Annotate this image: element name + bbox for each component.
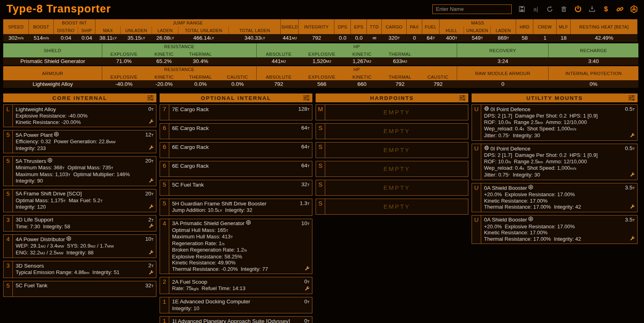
module-name-text: 6E Cargo Rack — [172, 163, 209, 169]
module-mass: 2T — [148, 262, 154, 269]
stat-value-boost: 514m/s — [29, 34, 54, 42]
toolbar: a|$ — [517, 5, 638, 14]
slot-class-label: 7 — [160, 105, 169, 120]
module-0i-point-defence[interactable]: U0I Point Defence0.5TDPS: 2 [1.7] Damage… — [472, 104, 638, 141]
filter-icon[interactable] — [628, 95, 635, 102]
module-name: 6E Cargo Rack — [172, 162, 209, 169]
filter-icon[interactable] — [303, 95, 310, 102]
shield-res-kinetic: KINETIC — [146, 50, 182, 57]
module-name-text: 5H Guardian Frame Shift Drive Booster — [172, 200, 267, 207]
filter-icon[interactable] — [147, 95, 154, 102]
wrench-icon[interactable] — [630, 235, 635, 242]
shipyard-icon[interactable] — [630, 5, 638, 14]
empty-slot: EMPTY — [325, 199, 468, 214]
power-icon[interactable] — [573, 5, 582, 14]
module-5a-thrusters[interactable]: 55A Thrusters20TMinimum Mass: 368T Optim… — [3, 156, 156, 186]
save-icon[interactable] — [517, 5, 526, 14]
module-3d-life-support[interactable]: 33D Life Support2TTime: 7:30 Integrity: … — [3, 215, 156, 232]
wrench-icon[interactable] — [149, 203, 154, 211]
slot-class-label: L — [4, 105, 13, 127]
wrench-icon[interactable] — [630, 203, 635, 211]
module-3a-prismatic-shield-generator[interactable]: 43A Prismatic Shield Generator10TOptimal… — [160, 219, 312, 274]
module-5c-fuel-tank[interactable]: 55C Fuel Tank32T — [160, 180, 312, 196]
wrench-icon[interactable] — [149, 177, 154, 185]
module-body: 5A Power Plant12TEfficiency: 0.32 Power … — [13, 130, 156, 153]
module-empty[interactable]: SEMPTY — [316, 142, 468, 158]
import-icon[interactable] — [587, 5, 596, 14]
armour-res-kinetic: KINETIC — [146, 73, 182, 80]
module-title-row: Lightweight Alloy0T — [16, 106, 154, 113]
wrench-icon[interactable] — [149, 249, 154, 256]
wrench-icon[interactable] — [149, 223, 154, 230]
stat-label-eps: EPS — [351, 19, 367, 34]
module-stat-line: Wep_reload: 0.4s Shot Speed: 1,000m/s — [484, 165, 635, 172]
stat-sublabel-distro: DISTRO — [54, 26, 78, 34]
module-name: 0A Shield Booster — [484, 216, 533, 223]
module-0a-shield-booster[interactable]: U0A Shield Booster3.5T+20.0% Explosive R… — [472, 215, 638, 244]
filter-icon[interactable] — [459, 95, 466, 102]
price-icon[interactable]: $ — [601, 5, 610, 14]
module-5c-fuel-tank[interactable]: 55C Fuel Tank32T — [3, 281, 156, 297]
ship-name-input[interactable] — [432, 4, 512, 14]
stat-sublabel-max: MAX — [95, 26, 121, 34]
shield-hp-value-1: 1,520MJ — [301, 57, 343, 65]
permalink-icon[interactable] — [616, 5, 624, 14]
module-6e-cargo-rack[interactable]: 66E Cargo Rack64T — [160, 142, 312, 158]
wrench-icon[interactable] — [149, 269, 154, 276]
slot-class-label: 1 — [160, 317, 169, 323]
module-1i-advanced-planetary-approach-suite-odyssey[interactable]: 11I Advanced Planetary Approach Suite [O… — [160, 316, 312, 323]
module-stat-line: Optimal Mass: 1,175T Max Fuel: 5.2T — [16, 197, 154, 204]
module-empty[interactable]: SEMPTY — [316, 199, 468, 215]
module-lightweight-alloy[interactable]: LLightweight Alloy0TExplosive Resistance… — [3, 104, 156, 127]
module-empty[interactable]: MEMPTY — [316, 104, 468, 120]
wrench-icon[interactable] — [149, 118, 154, 126]
armour-hp-value-2: 660 — [343, 80, 381, 88]
stat-label-speed: SPEED — [3, 19, 29, 34]
module-empty[interactable]: SEMPTY — [316, 161, 468, 177]
module-stat-line: Kinetic Resistance: 17.00% — [484, 198, 635, 204]
module-7e-cargo-rack[interactable]: 77E Cargo Rack128T — [160, 104, 312, 120]
stat-value-mlf: 18 — [557, 34, 571, 42]
module-1e-advanced-docking-computer[interactable]: 11E Advanced Docking Computer0TIntegrity… — [160, 297, 312, 314]
armour-extra-raw-module-armour: RAW MODULE ARMOUR — [457, 66, 549, 80]
module-5h-guardian-frame-shift-drive-booster[interactable]: 55H Guardian Frame Shift Drive Booster1.… — [160, 199, 312, 216]
delete-icon[interactable] — [559, 5, 568, 14]
wrench-icon[interactable] — [630, 171, 635, 179]
wrench-icon[interactable] — [149, 144, 154, 152]
module-title-row: 0A Shield Booster3.5T — [484, 216, 635, 223]
slot-class-label: U — [472, 215, 481, 244]
module-6e-cargo-rack[interactable]: 66E Cargo Rack64T — [160, 123, 312, 139]
module-stat-line: ENG: 32.2MJ / 2.5MW Integrity: 88 — [16, 250, 154, 256]
module-5a-frame-shift-drive-sco[interactable]: 55A Frame Shift Drive [SCO]20TOptimal Ma… — [3, 189, 156, 212]
module-stat-line: ROF: 10.0/s Range 2.5km Ammo: 12/10,000 — [484, 119, 635, 126]
module-name: 6E Cargo Rack — [172, 124, 209, 132]
stat-value-total-laden: 340.33LY — [229, 34, 281, 42]
slot-class-label: 5 — [160, 199, 169, 215]
shield-hp-blank — [419, 50, 457, 57]
slot-class-label: S — [316, 161, 325, 177]
module-2a-fuel-scoop[interactable]: 22A Fuel Scoop0TRate: 75kg/s Refuel Time… — [160, 277, 312, 294]
module-6e-cargo-rack[interactable]: 66E Cargo Rack64T — [160, 161, 312, 177]
module-3d-sensors[interactable]: 33D Sensors2TTypical Emission Range: 4.8… — [3, 261, 156, 278]
empty-slot-label: EMPTY — [383, 203, 410, 210]
module-5a-power-plant[interactable]: 55A Power Plant12TEfficiency: 0.32 Power… — [3, 130, 156, 153]
module-0i-point-defence[interactable]: U0I Point Defence0.5TDPS: 2 [1.7] Damage… — [472, 144, 638, 180]
module-title-row: 3D Sensors2T — [16, 262, 154, 269]
wrench-icon[interactable] — [305, 265, 310, 272]
rename-icon[interactable]: a| — [531, 5, 540, 14]
panel-hardpoints: HARDPOINTSMEMPTYSEMPTYSEMPTYSEMPTYSEMPTY… — [316, 93, 468, 217]
module-empty[interactable]: SEMPTY — [316, 123, 468, 139]
reload-icon[interactable] — [545, 5, 554, 14]
module-4a-power-distributor[interactable]: 44A Power Distributor10TWEP: 29.1MJ / 3.… — [3, 234, 156, 258]
armour-resistance-label: RESISTANCE — [102, 66, 257, 73]
module-body: 0A Shield Booster3.5T+20.0% Explosive Re… — [481, 183, 637, 212]
wrench-icon[interactable] — [305, 285, 310, 293]
module-title-row: 7E Cargo Rack128T — [172, 106, 310, 113]
module-0a-shield-booster[interactable]: U0A Shield Booster3.5T+20.0% Explosive R… — [472, 183, 638, 212]
module-empty[interactable]: SEMPTY — [316, 180, 468, 196]
module-name-text: 5A Frame Shift Drive [SCO] — [16, 190, 82, 197]
slot-class-label: 3 — [4, 215, 13, 232]
module-name: 4A Power Distributor — [16, 236, 71, 243]
panel-utility-mounts: UTILITY MOUNTSU0I Point Defence0.5TDPS: … — [472, 93, 638, 247]
wrench-icon[interactable] — [630, 132, 635, 139]
